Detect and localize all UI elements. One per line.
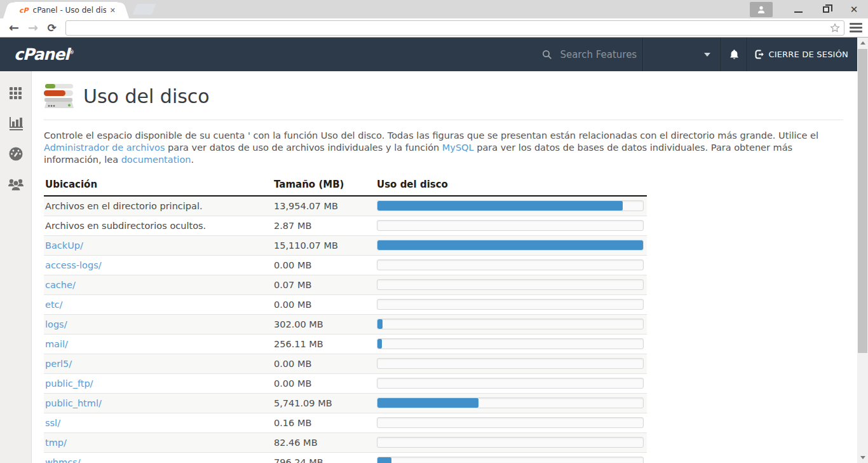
directory-link[interactable]: access-logs/ — [45, 260, 102, 270]
mysql-link[interactable]: MySQL — [442, 142, 474, 153]
close-button[interactable]: ✕ — [840, 0, 868, 18]
directory-link[interactable]: logs/ — [45, 319, 67, 329]
table-row: perl5/ 0.00 MB — [44, 354, 647, 373]
back-button[interactable]: ← — [9, 22, 19, 34]
location-cell: mail/ — [44, 334, 273, 354]
browser-profile-button[interactable] — [750, 2, 773, 17]
scroll-down-icon[interactable] — [857, 452, 868, 463]
new-tab-button[interactable] — [133, 4, 156, 15]
usage-bar-fill — [377, 339, 382, 349]
scrollbar-thumb[interactable] — [858, 49, 867, 353]
usage-cell — [376, 235, 647, 255]
cpanel-logo: cPanel® — [14, 45, 74, 64]
directory-link[interactable]: public_ftp/ — [45, 378, 93, 389]
table-row: etc/ 0.00 MB — [44, 294, 647, 314]
restore-icon — [823, 6, 829, 13]
restore-button[interactable] — [812, 0, 840, 18]
table-header-row: Ubicación Tamaño (MB) Uso del disco — [44, 176, 647, 196]
directory-link[interactable]: ssl/ — [45, 418, 60, 428]
directory-link[interactable]: public_html/ — [45, 398, 102, 408]
cpanel-favicon-icon: cP — [19, 6, 29, 15]
browser-menu-icon[interactable] — [850, 23, 862, 32]
search-icon — [542, 50, 552, 60]
forward-button[interactable]: → — [28, 22, 38, 34]
column-header-location: Ubicación — [44, 176, 273, 196]
usage-bar-track — [377, 279, 644, 290]
usage-cell — [376, 393, 647, 413]
main-content: Uso del disco Controle el espacio dispon… — [32, 71, 857, 463]
tab-strip: cP cPanel - Uso del disco ✕ ✕ — [0, 0, 868, 18]
usage-cell — [376, 275, 647, 294]
page-scrollbar[interactable] — [857, 38, 868, 463]
location-cell: access-logs/ — [44, 255, 273, 275]
disk-usage-table-body: Archivos en el directorio principal. 13,… — [44, 196, 647, 463]
sidebar-item-user-manager[interactable] — [0, 169, 31, 200]
usage-bar-track — [377, 319, 644, 329]
user-menu[interactable] — [643, 38, 721, 71]
directory-link[interactable]: etc/ — [45, 300, 62, 310]
address-bar[interactable] — [65, 20, 844, 36]
statistics-icon — [8, 116, 24, 130]
minimize-icon — [794, 11, 803, 13]
location-cell: cache/ — [44, 275, 273, 294]
documentation-link[interactable]: documentation — [121, 155, 191, 165]
location-cell: whmcs/ — [44, 452, 273, 463]
size-value: 796.24 MB — [273, 452, 376, 463]
usage-bar-track — [377, 259, 644, 270]
usage-cell — [376, 432, 647, 452]
url-input[interactable] — [66, 22, 830, 34]
usage-cell — [376, 334, 647, 354]
location-cell: Archivos en subdirectorios ocultos. — [44, 216, 273, 235]
page-title: Uso del disco — [83, 85, 210, 107]
directory-link[interactable]: whmcs/ — [45, 457, 81, 463]
tab-close-icon[interactable]: ✕ — [110, 6, 116, 15]
size-value: 0.07 MB — [273, 275, 376, 294]
logout-icon — [755, 50, 764, 59]
size-value: 0.00 MB — [273, 373, 376, 393]
page-description: Controle el espacio disponible de su cue… — [44, 130, 843, 166]
usage-bar-fill — [377, 319, 383, 329]
notifications-button[interactable] — [721, 38, 747, 71]
usage-bar-track — [377, 417, 644, 428]
sidebar-item-home[interactable] — [0, 78, 31, 108]
feature-search[interactable] — [527, 38, 642, 71]
reload-button[interactable]: ⟳ — [48, 22, 57, 34]
directory-link[interactable]: cache/ — [45, 280, 76, 290]
directory-label: Archivos en subdirectorios ocultos. — [45, 221, 206, 231]
directory-link[interactable]: BackUp/ — [45, 240, 83, 251]
directory-link[interactable]: perl5/ — [45, 359, 72, 369]
usage-bar-fill — [377, 240, 643, 250]
usage-bar-track — [377, 397, 644, 408]
location-cell: etc/ — [44, 294, 273, 314]
usage-cell — [376, 413, 647, 432]
minimize-button[interactable] — [784, 0, 812, 18]
sidebar-item-statistics[interactable] — [0, 108, 31, 139]
bookmark-star-icon[interactable] — [830, 23, 840, 33]
sidebar-item-metrics[interactable] — [0, 139, 31, 169]
bell-icon — [729, 49, 740, 60]
page-header: Uso del disco — [44, 78, 843, 120]
table-row: cache/ 0.07 MB — [44, 275, 647, 294]
scroll-up-icon[interactable] — [857, 38, 868, 48]
usage-bar-track — [377, 378, 644, 389]
table-row: BackUp/ 15,110.07 MB — [44, 235, 647, 255]
logout-button[interactable]: CIERRE DE SESIÓN — [747, 38, 857, 71]
usage-bar-track — [377, 358, 644, 369]
directory-link[interactable]: tmp/ — [45, 438, 67, 448]
search-input[interactable] — [560, 49, 642, 60]
size-value: 5,741.09 MB — [273, 393, 376, 413]
usage-bar-track — [377, 200, 644, 211]
location-cell: public_ftp/ — [44, 373, 273, 393]
table-row: tmp/ 82.46 MB — [44, 432, 647, 452]
size-value: 302.00 MB — [273, 314, 376, 334]
usage-cell — [376, 373, 647, 393]
size-value: 0.00 MB — [273, 255, 376, 275]
window-controls: ✕ — [750, 0, 868, 18]
size-value: 15,110.07 MB — [273, 235, 376, 255]
table-row: whmcs/ 796.24 MB — [44, 452, 647, 463]
file-manager-link[interactable]: Administrador de archivos — [44, 142, 165, 153]
directory-link[interactable]: mail/ — [45, 339, 68, 349]
size-value: 0.00 MB — [273, 354, 376, 373]
directory-label: Archivos en el directorio principal. — [45, 201, 203, 211]
browser-tab[interactable]: cP cPanel - Uso del disco ✕ — [11, 2, 121, 18]
